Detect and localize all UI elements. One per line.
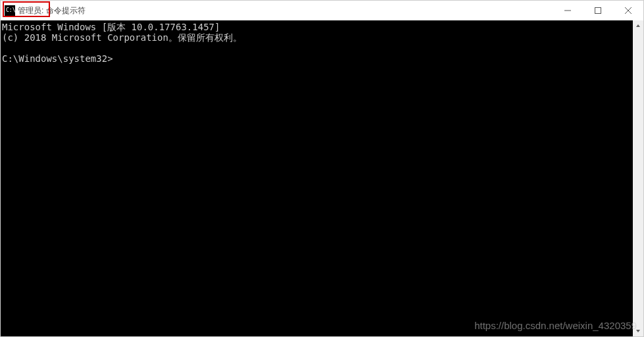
svg-text:C:\: C:\ xyxy=(6,7,15,13)
close-button[interactable] xyxy=(613,1,643,20)
command-prompt-window: C:\ 管理员: 命令提示符 Microsoft Windows [版本 10.… xyxy=(0,0,644,337)
watermark-text: https://blog.csdn.net/weixin_4320359 xyxy=(474,320,637,331)
svg-marker-6 xyxy=(636,24,640,27)
minimize-button[interactable] xyxy=(553,1,583,20)
window-title: 管理员: 命令提示符 xyxy=(18,5,86,16)
scroll-track[interactable] xyxy=(633,31,643,326)
terminal-area[interactable]: Microsoft Windows [版本 10.0.17763.1457] (… xyxy=(1,20,643,336)
command-prompt-icon: C:\ xyxy=(5,5,15,16)
window-controls xyxy=(553,1,643,20)
svg-marker-7 xyxy=(636,330,640,332)
vertical-scrollbar[interactable] xyxy=(633,20,643,336)
terminal-content: Microsoft Windows [版本 10.0.17763.1457] (… xyxy=(1,20,643,64)
terminal-line: Microsoft Windows [版本 10.0.17763.1457] xyxy=(2,22,220,32)
terminal-line: (c) 2018 Microsoft Corporation。保留所有权利。 xyxy=(2,32,242,43)
terminal-prompt: C:\Windows\system32> xyxy=(2,53,113,64)
scroll-down-arrow-icon[interactable] xyxy=(633,326,643,336)
maximize-button[interactable] xyxy=(583,1,613,20)
titlebar[interactable]: C:\ 管理员: 命令提示符 xyxy=(1,1,643,20)
svg-rect-3 xyxy=(595,8,601,14)
scroll-up-arrow-icon[interactable] xyxy=(633,20,643,31)
cursor xyxy=(113,55,118,64)
